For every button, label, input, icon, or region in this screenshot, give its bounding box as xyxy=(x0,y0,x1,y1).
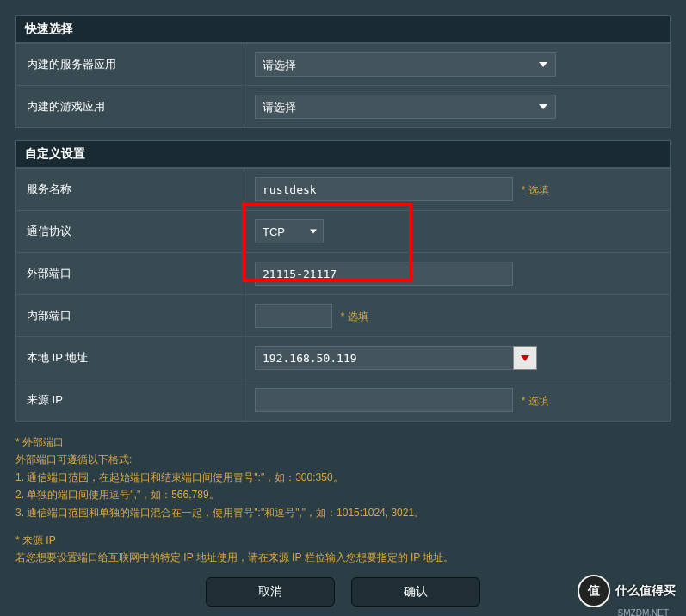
internal-port-label: 内部端口 xyxy=(16,295,244,337)
help-external-port: * 外部端口 外部端口可遵循以下格式: 1. 通信端口范围，在起始端口和结束端口… xyxy=(15,434,671,521)
server-app-label: 内建的服务器应用 xyxy=(16,44,244,86)
external-port-input[interactable] xyxy=(255,262,513,286)
game-app-select[interactable]: 请选择 xyxy=(255,95,556,119)
quick-select-table: 内建的服务器应用 请选择 内建的游戏应用 请选择 xyxy=(15,43,671,128)
watermark-text: 什么值得买 xyxy=(615,583,676,599)
cancel-button[interactable]: 取消 xyxy=(206,577,335,607)
source-ip-input[interactable] xyxy=(255,388,513,412)
custom-settings-table: 服务名称 * 选填 通信协议 TCP 外部端口 内部端口 * 选填 本地 IP … xyxy=(15,168,671,422)
help-source-ip: * 来源 IP 若您想要设置端口给互联网中的特定 IP 地址使用，请在来源 IP… xyxy=(15,532,671,567)
button-row: 取消 确认 xyxy=(15,577,671,607)
server-app-select[interactable]: 请选择 xyxy=(255,52,556,77)
watermark: 值 什么值得买 xyxy=(578,575,676,607)
custom-settings-header: 自定义设置 xyxy=(15,140,671,168)
required-hint: * 选填 xyxy=(522,184,549,196)
watermark-badge-icon: 值 xyxy=(578,575,610,607)
protocol-label: 通信协议 xyxy=(16,211,244,253)
watermark-sub: SMZDM.NET xyxy=(618,608,669,616)
protocol-select[interactable]: TCP xyxy=(255,219,324,243)
local-ip-label: 本地 IP 地址 xyxy=(16,337,244,379)
local-ip-dropdown-button[interactable] xyxy=(513,346,537,370)
service-name-label: 服务名称 xyxy=(16,169,244,211)
service-name-input[interactable] xyxy=(255,177,513,201)
local-ip-input[interactable] xyxy=(255,346,513,370)
required-hint: * 选填 xyxy=(341,311,368,323)
source-ip-label: 来源 IP xyxy=(16,379,244,422)
internal-port-input[interactable] xyxy=(255,304,332,328)
game-app-label: 内建的游戏应用 xyxy=(16,86,244,128)
quick-select-header: 快速选择 xyxy=(15,15,671,43)
required-hint: * 选填 xyxy=(522,395,549,407)
confirm-button[interactable]: 确认 xyxy=(351,577,480,607)
external-port-label: 外部端口 xyxy=(16,253,244,295)
